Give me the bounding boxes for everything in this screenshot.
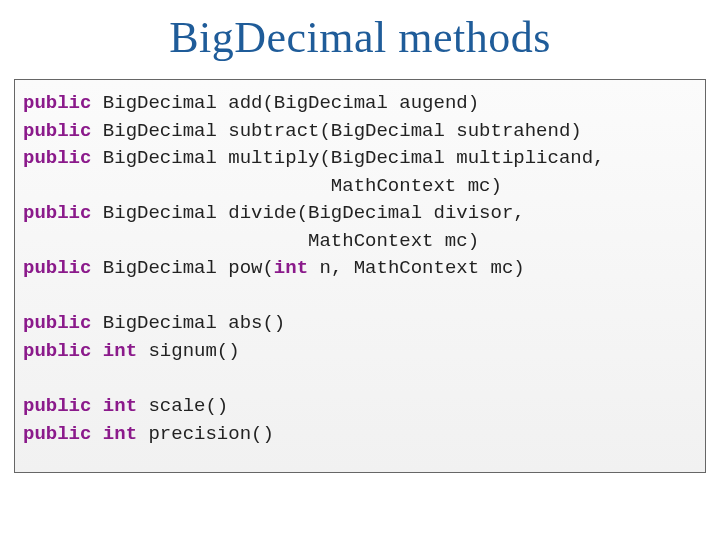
code-text: signum() — [137, 340, 240, 362]
keyword-public: public — [23, 92, 91, 114]
keyword-public: public — [23, 423, 91, 445]
keyword-public: public — [23, 395, 91, 417]
code-block: public BigDecimal add(BigDecimal augend)… — [14, 79, 706, 473]
code-text: BigDecimal abs() — [91, 312, 285, 334]
code-text: scale() — [137, 395, 228, 417]
code-text: BigDecimal subtract(BigDecimal subtrahen… — [91, 120, 581, 142]
code-text: BigDecimal divide(BigDecimal divisor, — [91, 202, 524, 224]
keyword-public: public — [23, 202, 91, 224]
keyword-public: public — [23, 312, 91, 334]
slide: BigDecimal methods public BigDecimal add… — [0, 0, 720, 540]
keyword-int: int — [103, 423, 137, 445]
keyword-public: public — [23, 120, 91, 142]
slide-title: BigDecimal methods — [0, 12, 720, 63]
keyword-int: int — [274, 257, 308, 279]
keyword-int: int — [103, 340, 137, 362]
code-text — [91, 340, 102, 362]
keyword-public: public — [23, 147, 91, 169]
code-text: MathContext mc) — [23, 230, 479, 252]
code-text — [91, 423, 102, 445]
keyword-int: int — [103, 395, 137, 417]
code-text: BigDecimal multiply(BigDecimal multiplic… — [91, 147, 604, 169]
keyword-public: public — [23, 340, 91, 362]
code-text: precision() — [137, 423, 274, 445]
code-text — [91, 395, 102, 417]
keyword-public: public — [23, 257, 91, 279]
code-text: MathContext mc) — [23, 175, 502, 197]
code-text: BigDecimal pow( — [91, 257, 273, 279]
code-text: BigDecimal add(BigDecimal augend) — [91, 92, 479, 114]
code-text: n, MathContext mc) — [308, 257, 525, 279]
